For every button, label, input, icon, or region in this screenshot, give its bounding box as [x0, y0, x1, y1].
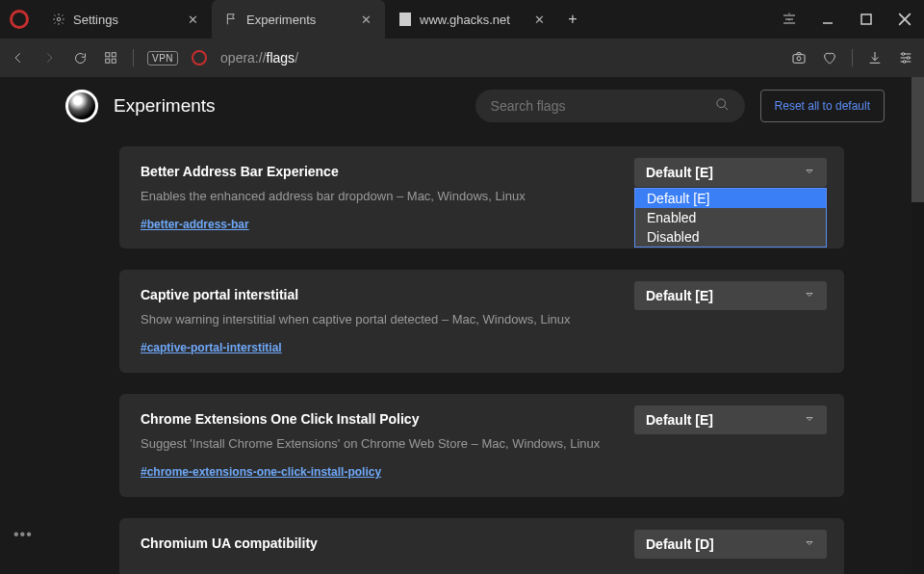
- divider: [852, 49, 853, 66]
- titlebar: Settings ✕ Experiments ✕ www.ghacks.net …: [0, 0, 924, 39]
- svg-rect-2: [861, 14, 871, 24]
- tab-label: Experiments: [246, 13, 316, 27]
- tab-strip: Settings ✕ Experiments ✕ www.ghacks.net …: [38, 0, 770, 39]
- divider: [133, 49, 134, 66]
- easy-setup-icon[interactable]: [897, 49, 914, 66]
- flag-icon: [225, 13, 239, 26]
- sidebar-menu-icon[interactable]: •••: [13, 526, 33, 543]
- flag-card: Chrome Extensions One Click Install Poli…: [119, 394, 844, 497]
- flag-dropdown[interactable]: Default [E]: [634, 158, 827, 187]
- forward-button[interactable]: [40, 49, 58, 66]
- flag-dropdown[interactable]: Default [E]: [634, 281, 827, 310]
- window-controls: [770, 0, 924, 39]
- flag-anchor-link[interactable]: #chrome-extensions-one-click-install-pol…: [141, 465, 381, 479]
- tab-experiments[interactable]: Experiments ✕: [212, 0, 385, 39]
- page-title: Experiments: [114, 95, 460, 117]
- gear-icon: [52, 13, 65, 26]
- minimize-button[interactable]: [808, 0, 847, 39]
- flag-dropdown-value: Default [D]: [646, 536, 714, 552]
- tab-label: Settings: [73, 13, 118, 27]
- flag-dropdown-value: Default [E]: [646, 412, 713, 428]
- opera-logo[interactable]: [0, 0, 38, 39]
- svg-point-14: [902, 53, 905, 56]
- flag-card: Better Address Bar ExperienceEnables the…: [119, 146, 844, 248]
- svg-point-15: [907, 57, 910, 60]
- tab-settings[interactable]: Settings ✕: [38, 0, 212, 39]
- page-content: Experiments Reset all to default Better …: [38, 77, 911, 574]
- url-suffix: /: [295, 50, 298, 65]
- svg-point-10: [797, 57, 801, 61]
- flag-anchor-link[interactable]: #captive-portal-interstitial: [141, 341, 282, 354]
- flag-anchor-link[interactable]: #better-address-bar: [141, 218, 249, 231]
- svg-rect-9: [793, 55, 805, 64]
- flag-card: Captive portal interstitialShow warning …: [119, 270, 844, 373]
- speed-dial-icon[interactable]: [102, 49, 119, 66]
- search-wrap: [475, 90, 745, 122]
- svg-rect-6: [112, 53, 116, 57]
- chevron-down-icon: [804, 412, 815, 428]
- search-input[interactable]: [491, 98, 715, 114]
- svg-point-0: [57, 17, 61, 21]
- flag-desc: Show warning interstitial when captive p…: [141, 312, 823, 326]
- close-icon[interactable]: ✕: [188, 13, 198, 27]
- flag-dropdown-menu: Default [E]EnabledDisabled: [634, 188, 827, 248]
- flag-dropdown-option[interactable]: Default [E]: [635, 189, 826, 208]
- flag-dropdown[interactable]: Default [E]: [634, 405, 827, 434]
- chevron-down-icon: [804, 288, 815, 303]
- maximize-button[interactable]: [847, 0, 886, 39]
- page-header: Experiments Reset all to default: [38, 77, 911, 135]
- url-prefix: opera://: [220, 50, 266, 65]
- close-icon[interactable]: ✕: [534, 13, 545, 27]
- tab-ghacks[interactable]: www.ghacks.net ✕: [385, 0, 558, 39]
- new-tab-button[interactable]: +: [558, 0, 587, 39]
- vpn-badge[interactable]: VPN: [147, 51, 178, 65]
- address-bar: VPN opera://flags/: [0, 39, 924, 77]
- search-icon[interactable]: [715, 97, 730, 116]
- flag-dropdown-option[interactable]: Enabled: [635, 208, 826, 227]
- flag-dropdown[interactable]: Default [D]: [634, 530, 827, 559]
- svg-line-18: [724, 106, 728, 110]
- scrollbar-thumb[interactable]: [911, 77, 924, 202]
- flag-dropdown-option[interactable]: Disabled: [635, 227, 826, 247]
- svg-rect-8: [112, 59, 116, 63]
- opera-icon: [192, 50, 207, 65]
- reload-button[interactable]: [71, 49, 89, 66]
- window-close-button[interactable]: [886, 0, 924, 39]
- url-field[interactable]: opera://flags/: [220, 50, 777, 65]
- chevron-down-icon: [804, 165, 815, 180]
- tab-label: www.ghacks.net: [420, 13, 510, 27]
- flag-dropdown-value: Default [E]: [646, 288, 713, 303]
- experiments-logo: [65, 90, 98, 122]
- heart-icon[interactable]: [821, 49, 838, 66]
- download-icon[interactable]: [866, 49, 884, 66]
- svg-point-16: [903, 61, 906, 64]
- svg-point-17: [716, 98, 725, 107]
- svg-rect-7: [106, 59, 110, 63]
- easy-setup-icon[interactable]: [770, 0, 808, 39]
- back-button[interactable]: [10, 49, 27, 66]
- close-icon[interactable]: ✕: [361, 13, 372, 27]
- flag-desc: Suggest 'Install Chrome Extensions' on C…: [141, 436, 823, 451]
- flag-card: Chromium UA compatibilityDefault [D]: [119, 518, 844, 574]
- flag-dropdown-value: Default [E]: [646, 165, 713, 180]
- chevron-down-icon: [804, 536, 815, 552]
- svg-rect-5: [106, 53, 110, 57]
- reset-all-button[interactable]: Reset all to default: [760, 90, 885, 122]
- file-icon: [398, 13, 412, 26]
- snapshot-icon[interactable]: [790, 49, 808, 66]
- url-highlight: flags: [267, 50, 295, 65]
- scrollbar-track[interactable]: [911, 77, 924, 574]
